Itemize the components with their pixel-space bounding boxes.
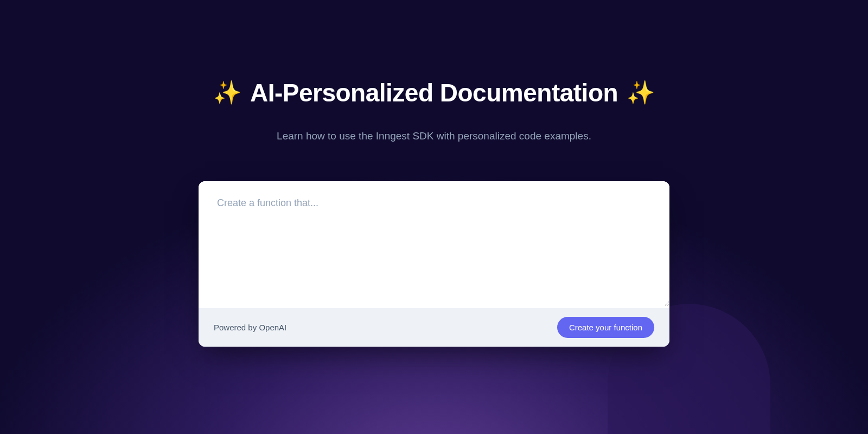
prompt-card: Powered by OpenAI Create your function	[199, 181, 669, 347]
sparkle-icon: ✨	[213, 81, 241, 104]
card-footer: Powered by OpenAI Create your function	[199, 308, 669, 347]
powered-by-label: Powered by OpenAI	[214, 323, 286, 332]
page-title: AI-Personalized Documentation	[250, 78, 618, 107]
page-subtitle: Learn how to use the Inngest SDK with pe…	[277, 130, 591, 142]
page-heading: ✨ AI-Personalized Documentation ✨	[213, 78, 654, 107]
prompt-input[interactable]	[199, 181, 669, 306]
main-container: ✨ AI-Personalized Documentation ✨ Learn …	[0, 0, 868, 347]
textarea-wrapper	[199, 181, 669, 308]
create-function-button[interactable]: Create your function	[557, 317, 654, 338]
sparkle-icon: ✨	[627, 81, 655, 104]
